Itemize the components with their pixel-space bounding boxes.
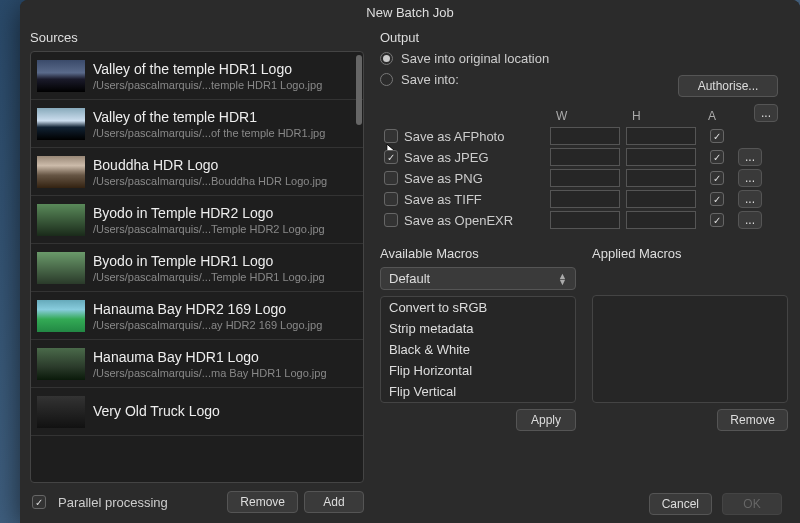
dialog-footer: Cancel OK	[649, 493, 782, 515]
format-row-afphoto: Save as AFPhoto ✓	[380, 127, 788, 145]
applied-macros-label: Applied Macros	[592, 246, 788, 261]
source-title: Very Old Truck Logo	[93, 403, 220, 419]
width-input[interactable]	[550, 148, 620, 166]
remove-source-button[interactable]: Remove	[227, 491, 298, 513]
add-source-button[interactable]: Add	[304, 491, 364, 513]
source-item[interactable]: Hanauma Bay HDR2 169 Logo/Users/pascalma…	[31, 292, 363, 340]
format-checkbox-openexr[interactable]	[384, 213, 398, 227]
source-title: Valley of the temple HDR1 Logo	[93, 61, 322, 77]
format-row-jpeg: ✓ Save as JPEG ✓ ...	[380, 148, 788, 166]
width-input[interactable]	[550, 190, 620, 208]
source-item[interactable]: Very Old Truck Logo	[31, 388, 363, 436]
available-macros-label: Available Macros	[380, 246, 576, 261]
macro-item[interactable]: Flip Horizontal	[381, 360, 575, 381]
aspect-checkbox[interactable]: ✓	[710, 150, 724, 164]
format-label: Save as AFPhoto	[404, 129, 504, 144]
save-original-radio[interactable]	[380, 52, 393, 65]
save-original-label: Save into original location	[401, 51, 549, 66]
source-path: /Users/pascalmarquis/...ay HDR2 169 Logo…	[93, 319, 322, 331]
source-path: /Users/pascalmarquis/...Temple HDR1 Logo…	[93, 271, 325, 283]
format-row-png: Save as PNG ✓ ...	[380, 169, 788, 187]
thumbnail	[37, 204, 85, 236]
thumbnail	[37, 300, 85, 332]
source-item[interactable]: Byodo in Temple HDR1 Logo/Users/pascalma…	[31, 244, 363, 292]
format-options-button[interactable]: ...	[738, 211, 762, 229]
parallel-processing-checkbox[interactable]: ✓	[32, 495, 46, 509]
source-path: /Users/pascalmarquis/...ma Bay HDR1 Logo…	[93, 367, 327, 379]
format-label: Save as TIFF	[404, 192, 482, 207]
source-item[interactable]: Valley of the temple HDR1/Users/pascalma…	[31, 100, 363, 148]
source-item[interactable]: Valley of the temple HDR1 Logo/Users/pas…	[31, 52, 363, 100]
authorise-button[interactable]: Authorise...	[678, 75, 778, 97]
sources-pane: Sources Valley of the temple HDR1 Logo/U…	[20, 26, 370, 523]
source-title: Valley of the temple HDR1	[93, 109, 325, 125]
width-input[interactable]	[550, 127, 620, 145]
format-checkbox-png[interactable]	[384, 171, 398, 185]
source-item[interactable]: Bouddha HDR Logo/Users/pascalmarquis/...…	[31, 148, 363, 196]
parallel-processing-label: Parallel processing	[58, 495, 221, 510]
height-input[interactable]	[626, 148, 696, 166]
source-title: Bouddha HDR Logo	[93, 157, 327, 173]
col-h: H	[626, 109, 696, 123]
width-input[interactable]	[550, 169, 620, 187]
thumbnail	[37, 60, 85, 92]
format-checkbox-tiff[interactable]	[384, 192, 398, 206]
window-title: New Batch Job	[20, 0, 800, 26]
format-row-tiff: Save as TIFF ✓ ...	[380, 190, 788, 208]
save-into-label: Save into:	[401, 72, 459, 87]
aspect-checkbox[interactable]: ✓	[710, 129, 724, 143]
height-input[interactable]	[626, 169, 696, 187]
source-title: Byodo in Temple HDR1 Logo	[93, 253, 325, 269]
available-macros-list[interactable]: Convert to sRGB Strip metadata Black & W…	[380, 296, 576, 403]
format-options-button[interactable]: ...	[738, 169, 762, 187]
thumbnail	[37, 156, 85, 188]
applied-macros-col: Applied Macros Remove	[592, 246, 788, 431]
source-title: Byodo in Temple HDR2 Logo	[93, 205, 325, 221]
format-label: Save as OpenEXR	[404, 213, 513, 228]
macro-item[interactable]: Black & White	[381, 339, 575, 360]
source-item[interactable]: Byodo in Temple HDR2 Logo/Users/pascalma…	[31, 196, 363, 244]
thumbnail	[37, 396, 85, 428]
sources-list[interactable]: Valley of the temple HDR1 Logo/Users/pas…	[30, 51, 364, 483]
format-checkbox-afphoto[interactable]	[384, 129, 398, 143]
macro-category-dropdown[interactable]: Default ▲▼	[380, 267, 576, 290]
aspect-checkbox[interactable]: ✓	[710, 171, 724, 185]
macro-item[interactable]: Flip Vertical	[381, 381, 575, 402]
sources-label: Sources	[30, 30, 364, 45]
ok-button[interactable]: OK	[722, 493, 782, 515]
format-options-button[interactable]: ...	[738, 190, 762, 208]
source-path: /Users/pascalmarquis/...Bouddha HDR Logo…	[93, 175, 327, 187]
apply-macro-button[interactable]: Apply	[516, 409, 576, 431]
col-w: W	[550, 109, 620, 123]
aspect-checkbox[interactable]: ✓	[710, 192, 724, 206]
sources-footer: ✓ Parallel processing Remove Add	[30, 483, 364, 523]
applied-macros-list[interactable]	[592, 295, 788, 403]
remove-macro-button[interactable]: Remove	[717, 409, 788, 431]
format-checkbox-jpeg[interactable]: ✓	[384, 150, 398, 164]
width-input[interactable]	[550, 211, 620, 229]
scrollbar-thumb[interactable]	[356, 55, 362, 125]
format-label: Save as PNG	[404, 171, 483, 186]
height-input[interactable]	[626, 127, 696, 145]
col-a: A	[702, 109, 732, 123]
source-path: /Users/pascalmarquis/...of the temple HD…	[93, 127, 325, 139]
browse-location-button[interactable]: ...	[754, 104, 778, 122]
chevron-updown-icon: ▲▼	[558, 273, 567, 285]
macro-item[interactable]: Convert to sRGB	[381, 297, 575, 318]
dropdown-value: Default	[389, 271, 430, 286]
available-macros-col: Available Macros Default ▲▼ Convert to s…	[380, 246, 576, 431]
cancel-button[interactable]: Cancel	[649, 493, 712, 515]
format-grid: W H A Save as AFPhoto ✓	[380, 109, 788, 232]
aspect-checkbox[interactable]: ✓	[710, 213, 724, 227]
source-title: Hanauma Bay HDR2 169 Logo	[93, 301, 322, 317]
thumbnail	[37, 348, 85, 380]
output-pane: Output Save into original location Save …	[370, 26, 800, 523]
source-path: /Users/pascalmarquis/...Temple HDR2 Logo…	[93, 223, 325, 235]
source-item[interactable]: Hanauma Bay HDR1 Logo/Users/pascalmarqui…	[31, 340, 363, 388]
macro-item[interactable]: Strip metadata	[381, 318, 575, 339]
height-input[interactable]	[626, 211, 696, 229]
height-input[interactable]	[626, 190, 696, 208]
save-into-radio[interactable]	[380, 73, 393, 86]
format-options-button[interactable]: ...	[738, 148, 762, 166]
thumbnail	[37, 108, 85, 140]
